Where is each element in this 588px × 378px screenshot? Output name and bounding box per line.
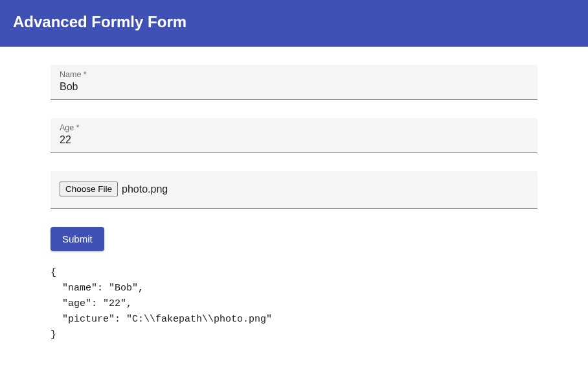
page-title: Advanced Formly Form (13, 13, 575, 31)
name-field[interactable]: Name * (51, 65, 537, 100)
age-label: Age * (60, 123, 528, 132)
age-input[interactable] (60, 134, 528, 146)
app-header: Advanced Formly Form (0, 0, 588, 47)
picture-field[interactable]: Choose File photo.png (51, 171, 537, 209)
form-output-json: { "name": "Bob", "age": "22", "picture":… (51, 265, 537, 343)
choose-file-button[interactable]: Choose File (60, 182, 118, 196)
name-input[interactable] (60, 81, 528, 93)
form-container: Name * Age * Choose File photo.png Submi… (51, 47, 537, 356)
file-control: Choose File photo.png (60, 182, 528, 196)
submit-button[interactable]: Submit (51, 227, 104, 251)
name-label: Name * (60, 70, 528, 79)
age-field[interactable]: Age * (51, 118, 537, 153)
file-name: photo.png (122, 183, 168, 195)
